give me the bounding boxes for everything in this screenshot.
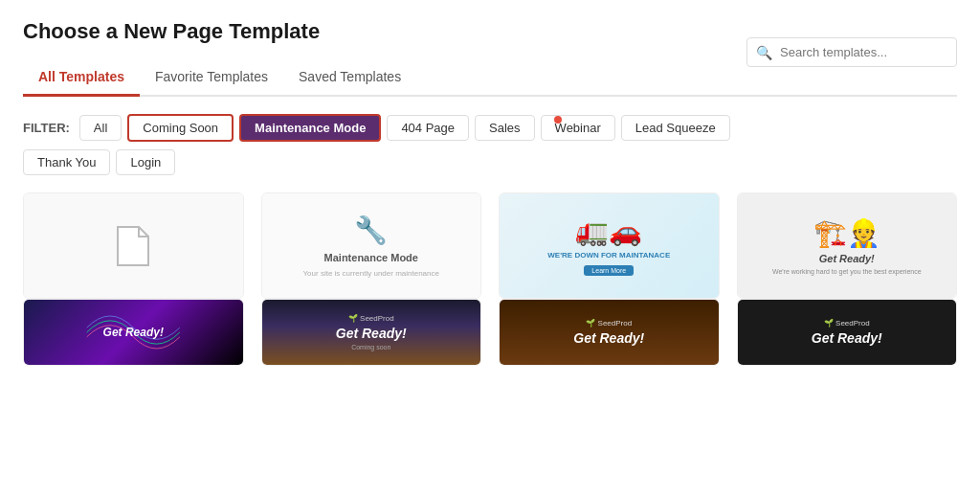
- template-card-blank[interactable]: Blank Template ♡: [23, 192, 244, 299]
- filter-webinar[interactable]: Webinar: [541, 115, 615, 141]
- template-card-colorful[interactable]: Get Ready! ♡: [23, 299, 244, 366]
- tab-saved-templates[interactable]: Saved Templates: [283, 61, 416, 97]
- colorful-label: Get Ready!: [103, 326, 164, 339]
- template-card-construction[interactable]: 🏗️👷 Get Ready! We're working hard to get…: [737, 192, 958, 299]
- wrench-icon: 🔧: [354, 215, 388, 246]
- dark-label: Get Ready!: [812, 330, 882, 346]
- template-card-wood[interactable]: 🌱 SeedProd Get Ready! ♡: [499, 299, 720, 366]
- page-wrapper: Choose a New Page Template All Templates…: [0, 0, 980, 497]
- filter-404[interactable]: 404 Page: [387, 115, 469, 141]
- template-thumb-colorful: Get Ready!: [24, 300, 243, 365]
- search-icon: 🔍: [756, 45, 772, 60]
- template-footer-colorful: ♡: [24, 365, 243, 366]
- filter-sales[interactable]: Sales: [475, 115, 535, 141]
- clouds-label: Get Ready!: [336, 326, 407, 341]
- search-area: 🔍: [746, 37, 957, 67]
- seedprod-logo-clouds: 🌱 SeedProd: [348, 314, 394, 323]
- mm-label: Maintenance Mode: [324, 252, 418, 263]
- truck-icon: 🚛🚗: [575, 215, 642, 247]
- templates-grid-row1: Blank Template ♡ 🔧 Maintenance Mode Your…: [23, 192, 957, 299]
- filter-search-area: FILTER: All Coming Soon Maintenance Mode…: [23, 114, 957, 175]
- clouds-sub: Coming soon: [351, 344, 390, 350]
- search-input[interactable]: [746, 37, 957, 67]
- template-thumb-maintenance: 🔧 Maintenance Mode Your site is currentl…: [262, 193, 481, 298]
- get-ready-sub: We're working hard to get you the best e…: [772, 268, 922, 275]
- filter-all[interactable]: All: [79, 115, 122, 141]
- template-thumb-dark: 🌱 SeedProd Get Ready!: [738, 300, 957, 365]
- seedprod-logo-wood: 🌱 SeedProd: [586, 319, 632, 328]
- document-icon: [116, 225, 150, 267]
- tab-favorite-templates[interactable]: Favorite Templates: [140, 61, 283, 97]
- filter-login[interactable]: Login: [116, 149, 175, 175]
- templates-grid-row2: Get Ready! ♡ 🌱 SeedProd Get Ready! Comin…: [23, 299, 957, 366]
- down-label: WE'RE DOWN FOR MAINTANACE: [547, 251, 670, 260]
- filter-maintenance-mode[interactable]: Maintenance Mode: [239, 114, 381, 142]
- template-footer-dark: ♡: [738, 365, 957, 366]
- construction-icon: 🏗️👷: [813, 217, 880, 249]
- down-btn: Learn More: [584, 265, 634, 276]
- template-footer-wood: ♡: [500, 365, 719, 366]
- template-thumb-down: 🚛🚗 WE'RE DOWN FOR MAINTANACE Learn More: [500, 193, 719, 298]
- seedprod-logo-dark: 🌱 SeedProd: [824, 319, 870, 328]
- template-thumb-blank: [24, 193, 243, 298]
- template-footer-clouds: ♡: [262, 365, 481, 366]
- template-card-clouds[interactable]: 🌱 SeedProd Get Ready! Coming soon ♡: [261, 299, 482, 366]
- template-card-dark[interactable]: 🌱 SeedProd Get Ready! ♡: [737, 299, 958, 366]
- mm-sub: Your site is currently under maintenance: [303, 269, 439, 278]
- template-thumb-clouds: 🌱 SeedProd Get Ready! Coming soon: [262, 300, 481, 365]
- filter-row-2: Thank You Login: [23, 149, 957, 175]
- filter-coming-soon[interactable]: Coming Soon: [127, 114, 234, 142]
- search-wrapper: 🔍: [746, 37, 957, 67]
- filter-thank-you[interactable]: Thank You: [23, 149, 110, 175]
- filter-indicator: [554, 116, 562, 124]
- template-thumb-wood: 🌱 SeedProd Get Ready!: [500, 300, 719, 365]
- filter-label: FILTER:: [23, 121, 70, 135]
- template-card-simple-maintenance[interactable]: 🔧 Maintenance Mode Your site is currentl…: [261, 192, 482, 299]
- filter-lead-squeeze[interactable]: Lead Squeeze: [621, 115, 730, 141]
- get-ready-label: Get Ready!: [819, 253, 875, 264]
- tab-all-templates[interactable]: All Templates: [23, 61, 140, 97]
- template-thumb-construction: 🏗️👷 Get Ready! We're working hard to get…: [738, 193, 957, 298]
- wood-label: Get Ready!: [573, 330, 644, 346]
- template-card-down-maintenance[interactable]: 🚛🚗 WE'RE DOWN FOR MAINTANACE Learn More …: [499, 192, 720, 299]
- filter-row: FILTER: All Coming Soon Maintenance Mode…: [23, 114, 957, 142]
